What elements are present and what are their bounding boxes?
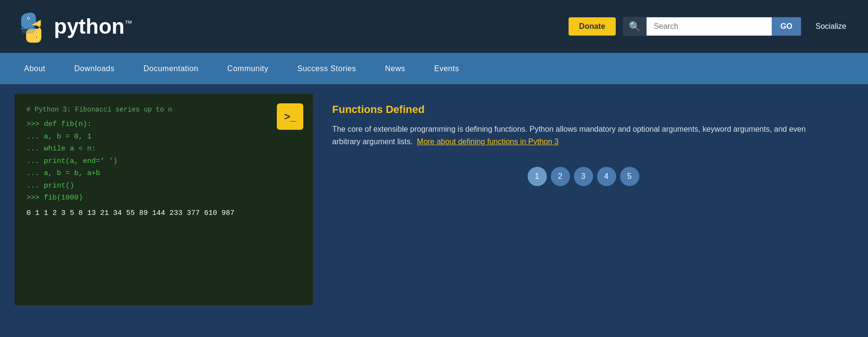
code-panel: >_ # Python 3: Fibonacci series up to n … bbox=[14, 94, 313, 305]
code-comment: # Python 3: Fibonacci series up to n bbox=[26, 106, 301, 113]
nav-item-documentation[interactable]: Documentation bbox=[129, 53, 213, 84]
code-line-7: >>> fib(1000) bbox=[26, 192, 301, 204]
main-nav: About Downloads Documentation Community … bbox=[0, 53, 868, 84]
code-line-1: >>> def fib(n): bbox=[26, 118, 301, 131]
page-5-button[interactable]: 5 bbox=[620, 167, 639, 186]
info-panel: Functions Defined The core of extensible… bbox=[313, 94, 854, 305]
nav-item-success-stories[interactable]: Success Stories bbox=[283, 53, 371, 84]
svg-point-2 bbox=[28, 18, 29, 19]
search-icon: 🔍 bbox=[623, 17, 647, 36]
nav-item-about[interactable]: About bbox=[10, 53, 60, 84]
page-2-button[interactable]: 2 bbox=[551, 167, 570, 186]
go-button[interactable]: GO bbox=[772, 17, 801, 36]
info-link[interactable]: More about defining functions in Python … bbox=[417, 137, 558, 146]
logo-wordmark: python™ bbox=[54, 14, 132, 38]
page-3-button[interactable]: 3 bbox=[574, 167, 593, 186]
svg-point-4 bbox=[36, 37, 38, 38]
info-text: The core of extensible programming is de… bbox=[332, 123, 834, 148]
main-content: >_ # Python 3: Fibonacci series up to n … bbox=[0, 84, 868, 315]
page-1-button[interactable]: 1 bbox=[528, 167, 547, 186]
pagination: 1 2 3 4 5 bbox=[332, 167, 834, 186]
code-line-3: ... while a < n: bbox=[26, 143, 301, 155]
code-output: 0 1 1 2 3 5 8 13 21 34 55 89 144 233 377… bbox=[26, 209, 301, 217]
nav-item-events[interactable]: Events bbox=[420, 53, 474, 84]
terminal-button[interactable]: >_ bbox=[277, 103, 303, 130]
logo-area: python™ bbox=[14, 10, 132, 43]
nav-item-downloads[interactable]: Downloads bbox=[60, 53, 129, 84]
code-line-6: ... print() bbox=[26, 180, 301, 192]
socialize-button[interactable]: Socialize bbox=[808, 17, 854, 36]
search-area: 🔍 GO bbox=[623, 17, 801, 36]
info-title: Functions Defined bbox=[332, 103, 834, 116]
search-input[interactable] bbox=[647, 17, 772, 36]
nav-item-community[interactable]: Community bbox=[213, 53, 283, 84]
python-logo-icon bbox=[14, 10, 48, 43]
code-line-2: ... a, b = 0, 1 bbox=[26, 131, 301, 143]
donate-button[interactable]: Donate bbox=[569, 17, 616, 36]
code-line-5: ... a, b = b, a+b bbox=[26, 167, 301, 180]
logo-trademark: ™ bbox=[125, 19, 132, 27]
nav-item-news[interactable]: News bbox=[371, 53, 420, 84]
info-text-body: The core of extensible programming is de… bbox=[332, 125, 806, 146]
header: python™ Donate 🔍 GO Socialize bbox=[0, 0, 868, 53]
logo-text-area: python™ bbox=[54, 14, 132, 38]
code-line-4: ... print(a, end=' ') bbox=[26, 155, 301, 168]
header-right: Donate 🔍 GO Socialize bbox=[569, 17, 854, 36]
page-4-button[interactable]: 4 bbox=[597, 167, 616, 186]
